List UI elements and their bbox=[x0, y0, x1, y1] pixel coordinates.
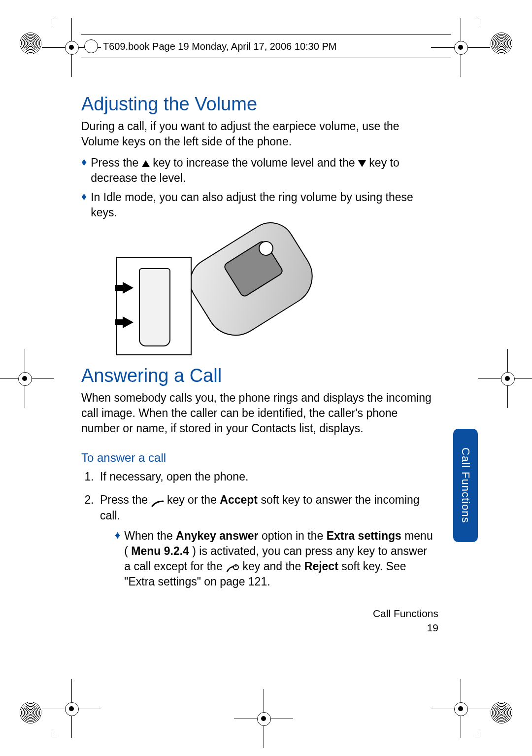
menu-ref-label: Menu 9.2.4 bbox=[131, 545, 189, 557]
registration-mark-icon bbox=[57, 694, 86, 723]
crop-mark bbox=[52, 732, 57, 737]
arrow-icon bbox=[123, 282, 133, 294]
bullet-item: ♦ In Idle mode, you can also adjust the … bbox=[81, 190, 436, 220]
anykey-answer-label: Anykey answer bbox=[176, 529, 258, 542]
heading-adjusting-volume: Adjusting the Volume bbox=[81, 94, 436, 115]
step-item: Press the key or the Accept soft key to … bbox=[97, 492, 436, 590]
bullet-text: When the Anykey answer option in the Ext… bbox=[124, 528, 436, 589]
registration-mark-icon bbox=[446, 694, 475, 723]
registration-mark-icon bbox=[493, 364, 522, 393]
section-tab-label: Call Functions bbox=[459, 447, 472, 523]
diamond-bullet-icon: ♦ bbox=[81, 190, 87, 204]
steps-list: If necessary, open the phone. Press the … bbox=[81, 469, 436, 589]
volume-up-icon bbox=[142, 160, 150, 167]
phone-volume-illustration bbox=[116, 227, 323, 355]
diamond-bullet-icon: ♦ bbox=[115, 528, 120, 543]
footer-chapter: Call Functions bbox=[373, 606, 438, 620]
bullet-text: Press the key to increase the volume lev… bbox=[91, 155, 436, 186]
arrow-icon bbox=[123, 316, 133, 328]
volume-down-icon bbox=[358, 160, 366, 167]
printer-spiral-icon bbox=[491, 33, 512, 54]
call-key-icon bbox=[151, 496, 164, 505]
volume-intro: During a call, if you want to adjust the… bbox=[81, 119, 436, 149]
printer-spiral-icon bbox=[20, 702, 41, 723]
running-header-text: T609.book Page 19 Monday, April 17, 2006… bbox=[103, 41, 336, 52]
running-header: T609.book Page 19 Monday, April 17, 2006… bbox=[81, 34, 451, 58]
page-content: Adjusting the Volume During a call, if y… bbox=[81, 94, 436, 596]
step-item: If necessary, open the phone. bbox=[97, 469, 436, 484]
page-footer: Call Functions 19 bbox=[373, 606, 438, 635]
diamond-bullet-icon: ♦ bbox=[81, 155, 87, 170]
bullet-item: ♦ Press the key to increase the volume l… bbox=[81, 155, 436, 186]
reject-softkey-label: Reject bbox=[304, 560, 338, 573]
footer-page-number: 19 bbox=[373, 620, 438, 635]
crop-mark bbox=[52, 19, 57, 24]
power-key-icon bbox=[226, 562, 239, 572]
subheading-to-answer: To answer a call bbox=[81, 451, 436, 465]
bullet-text: In Idle mode, you can also adjust the ri… bbox=[91, 190, 436, 220]
extra-settings-label: Extra settings bbox=[327, 529, 401, 542]
heading-answering-call: Answering a Call bbox=[81, 365, 436, 386]
registration-mark-icon bbox=[249, 704, 278, 733]
section-tab: Call Functions bbox=[453, 429, 478, 542]
printer-spiral-icon bbox=[491, 702, 512, 723]
answering-intro: When somebody calls you, the phone rings… bbox=[81, 390, 436, 436]
accept-softkey-label: Accept bbox=[220, 493, 258, 506]
registration-mark-icon bbox=[10, 364, 39, 393]
crop-mark bbox=[475, 19, 480, 24]
printer-spiral-icon bbox=[20, 33, 41, 54]
bullet-item: ♦ When the Anykey answer option in the E… bbox=[115, 528, 436, 589]
crop-mark bbox=[475, 732, 480, 737]
